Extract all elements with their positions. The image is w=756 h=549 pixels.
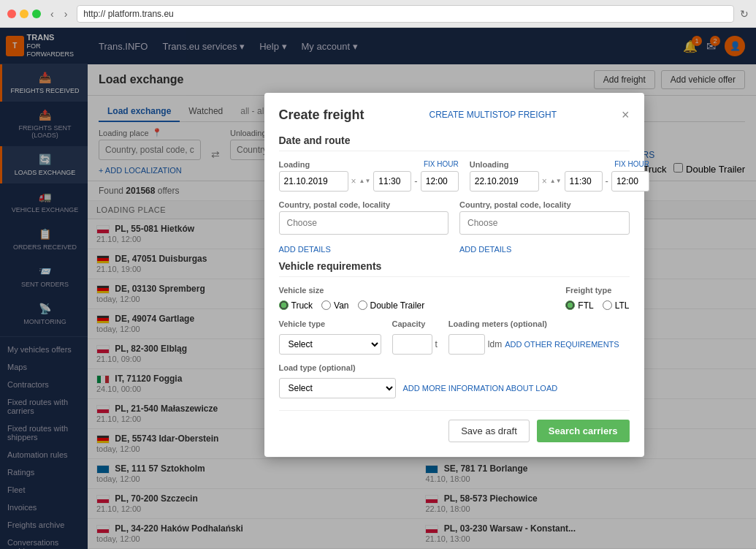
ftl-radio[interactable] <box>565 300 575 310</box>
modal-footer: Save as draft Search carriers <box>279 410 630 442</box>
freight-type-label: Freight type <box>565 286 629 295</box>
unloading-place-modal-input[interactable] <box>459 211 630 235</box>
search-carriers-button[interactable]: Search carriers <box>537 420 630 442</box>
close-window-dot[interactable] <box>7 10 16 18</box>
date-route-section-title: Date and route <box>279 135 630 151</box>
loading-add-details-link[interactable]: ADD DETAILS <box>279 245 331 254</box>
back-button[interactable]: ‹ <box>47 7 58 21</box>
more-info-about-load-link[interactable]: ADD MORE INFORMATION ABOUT LOAD <box>403 384 558 393</box>
unloading-fix-hour-link[interactable]: FIX HOUR <box>614 160 649 168</box>
place-row: Country, postal code, locality Country, … <box>279 200 630 235</box>
truck-radio-label[interactable]: Truck <box>279 300 313 311</box>
loading-group: Loading FIX HOUR × ▲▼ - <box>279 160 459 192</box>
unloading-group: Unloading FIX HOUR × ▲▼ - <box>470 160 649 192</box>
loading-place-modal-input[interactable] <box>279 211 449 235</box>
vehicle-size-radio-group: Truck Van Double Trailer <box>279 300 425 311</box>
url-text: http:// platform.trans.eu <box>83 9 173 19</box>
vehicle-type-capacity-row: Vehicle type Select Capacity t Loading m… <box>279 319 630 355</box>
unloading-place-modal-label: Country, postal code, locality <box>459 200 630 209</box>
loading-date-input[interactable] <box>279 171 348 192</box>
loading-add-details-container: ADD DETAILS <box>279 243 449 254</box>
capacity-unit: t <box>435 339 438 349</box>
loading-date-arrows[interactable]: ▲▼ <box>359 178 371 184</box>
van-radio[interactable] <box>321 300 331 310</box>
unloading-date-arrows[interactable]: ▲▼ <box>550 178 562 184</box>
vehicle-req-section-title: Vehicle requirements <box>279 260 630 277</box>
loading-time-to-input[interactable] <box>421 171 459 192</box>
loading-date-clear[interactable]: × <box>351 176 356 186</box>
unloading-date-time-row: × ▲▼ - <box>470 171 649 192</box>
maximize-window-dot[interactable] <box>32 10 41 18</box>
ldm-unit: ldm <box>488 339 502 349</box>
capacity-input[interactable] <box>392 334 432 355</box>
unloading-time-to-input[interactable] <box>611 171 649 192</box>
save-as-draft-button[interactable]: Save as draft <box>448 420 530 442</box>
browser-navigation: ‹ › <box>47 7 71 21</box>
unloading-time-from-input[interactable] <box>565 171 603 192</box>
ltl-radio-label[interactable]: LTL <box>603 300 630 311</box>
forward-button[interactable]: › <box>61 7 72 21</box>
load-type-label: Load type (optional) <box>279 363 558 372</box>
load-type-row: Load type (optional) Select ADD MORE INF… <box>279 363 630 398</box>
vehicle-size-group: Vehicle size Truck Van Double Trailer <box>279 286 425 311</box>
unloading-place-modal-group: Country, postal code, locality <box>459 200 630 235</box>
url-bar[interactable]: http:// platform.trans.eu <box>77 5 734 23</box>
modal-close-button[interactable]: × <box>622 107 630 123</box>
modal-header: Create freight CREATE MULTISTOP FREIGHT … <box>279 107 630 123</box>
modal-title: Create freight <box>279 107 364 123</box>
van-radio-label[interactable]: Van <box>321 300 348 311</box>
unloading-label: Unloading <box>470 160 509 169</box>
loading-time-from-input[interactable] <box>373 171 411 192</box>
unloading-add-details-container: ADD DETAILS <box>459 243 630 254</box>
double-trailer-radio-label[interactable]: Double Trailer <box>358 300 425 311</box>
loading-unloading-row: Loading FIX HOUR × ▲▼ - Unloading FIX HO… <box>279 160 630 192</box>
load-type-group: Load type (optional) Select ADD MORE INF… <box>279 363 558 398</box>
add-other-requirements-link[interactable]: ADD OTHER REQUIREMENTS <box>505 340 619 349</box>
loading-meters-row: ldm ADD OTHER REQUIREMENTS <box>448 334 619 355</box>
browser-bar: ‹ › http:// platform.trans.eu ↻ <box>0 0 756 28</box>
add-details-row: ADD DETAILS ADD DETAILS <box>279 243 630 254</box>
ftl-radio-label[interactable]: FTL <box>565 300 593 311</box>
unloading-date-clear[interactable]: × <box>542 176 547 186</box>
vehicle-type-group: Vehicle type Select <box>279 319 381 355</box>
freight-type-group: Freight type FTL LTL <box>565 286 629 311</box>
loading-meters-label: Loading meters (optional) <box>448 319 619 328</box>
unloading-add-details-link[interactable]: ADD DETAILS <box>459 245 511 254</box>
create-freight-modal: Create freight CREATE MULTISTOP FREIGHT … <box>264 93 644 457</box>
vehicle-size-freight-row: Vehicle size Truck Van Double Trailer Fr… <box>279 286 630 311</box>
loading-time-separator: - <box>414 175 417 186</box>
vehicle-type-select[interactable]: Select <box>279 334 381 355</box>
loading-label-row: Loading FIX HOUR <box>279 160 459 169</box>
ltl-radio[interactable] <box>603 300 612 310</box>
loading-fix-hour-link[interactable]: FIX HOUR <box>424 160 459 168</box>
capacity-label: Capacity <box>392 319 438 328</box>
load-type-container: Select ADD MORE INFORMATION ABOUT LOAD <box>279 378 558 398</box>
double-trailer-radio[interactable] <box>358 300 367 310</box>
truck-radio[interactable] <box>279 300 289 310</box>
vehicle-type-label: Vehicle type <box>279 319 381 328</box>
unloading-date-input[interactable] <box>470 171 539 192</box>
unloading-label-row: Unloading FIX HOUR <box>470 160 649 169</box>
load-type-select[interactable]: Select <box>279 378 396 398</box>
loading-meters-group: Loading meters (optional) ldm ADD OTHER … <box>448 319 619 355</box>
loading-label: Loading <box>279 160 310 169</box>
refresh-button[interactable]: ↻ <box>740 8 749 20</box>
loading-place-modal-group: Country, postal code, locality <box>279 200 449 235</box>
window-controls <box>7 10 41 18</box>
loading-meters-input[interactable] <box>448 334 485 355</box>
minimize-window-dot[interactable] <box>20 10 28 18</box>
capacity-group: Capacity t <box>392 319 438 355</box>
vehicle-size-label: Vehicle size <box>279 286 425 295</box>
freight-type-radio-group: FTL LTL <box>565 300 629 311</box>
loading-place-modal-label: Country, postal code, locality <box>279 200 449 209</box>
loading-date-time-row: × ▲▼ - <box>279 171 459 192</box>
unloading-time-separator: - <box>606 175 608 186</box>
capacity-row: t <box>392 334 438 355</box>
create-multistop-link[interactable]: CREATE MULTISTOP FREIGHT <box>429 110 557 120</box>
